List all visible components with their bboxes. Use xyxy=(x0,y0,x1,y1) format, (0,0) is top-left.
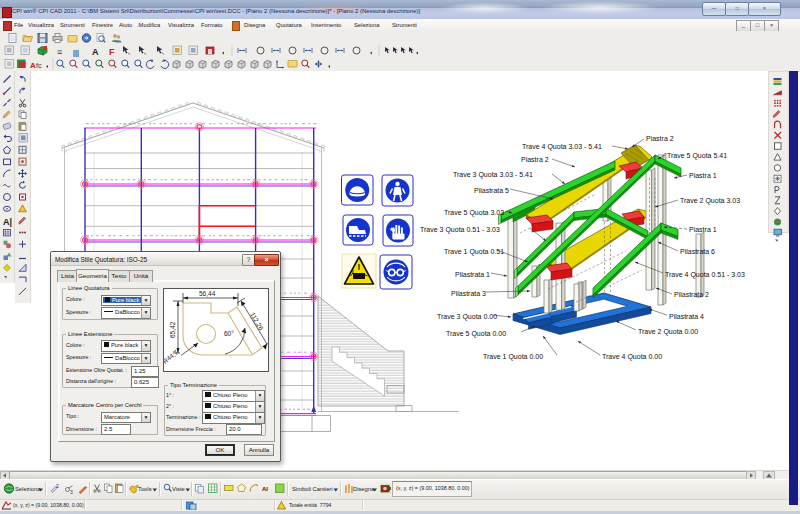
svg-text:|||: ||| xyxy=(73,49,79,57)
svg-text:F: F xyxy=(109,47,115,57)
svg-text:2: 2 xyxy=(56,483,59,489)
svg-text:65,42: 65,42 xyxy=(169,321,176,338)
svg-text:56,44: 56,44 xyxy=(199,290,216,297)
svg-text:A|: A| xyxy=(3,217,12,227)
svg-text:60°: 60° xyxy=(224,330,234,337)
svg-text:fc: fc xyxy=(36,62,42,69)
svg-text:3: 3 xyxy=(70,489,73,495)
svg-text:R44,7: R44,7 xyxy=(164,348,180,364)
svg-text:≡: ≡ xyxy=(57,47,62,57)
svg-text:A: A xyxy=(92,47,99,57)
svg-text:112,26: 112,26 xyxy=(249,311,265,332)
